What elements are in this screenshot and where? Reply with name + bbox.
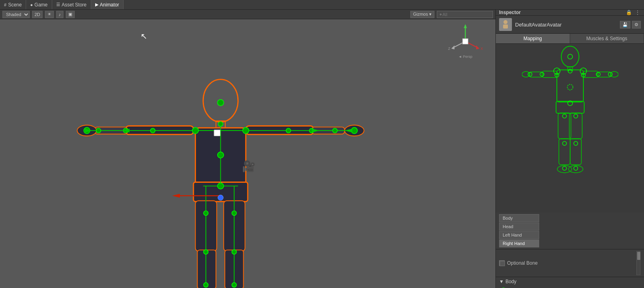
scene-content: ↖ <box>0 19 495 288</box>
head-btn-label: Head <box>503 224 513 229</box>
svg-point-30 <box>232 249 236 254</box>
tab-scene-label: Scene <box>8 2 22 8</box>
svg-text:X: X <box>481 47 483 51</box>
svg-point-62 <box>561 46 579 67</box>
avatar-icon <box>499 18 512 31</box>
fx-button[interactable]: ▣ <box>66 11 75 18</box>
tab-asset-store[interactable]: ☰ Asset Store <box>52 0 91 9</box>
tab-animator[interactable]: ▶ Animator <box>91 0 124 9</box>
tab-asset-store-label: Asset Store <box>62 2 87 8</box>
svg-point-78 <box>568 54 573 59</box>
lighting-button[interactable]: ☀ <box>45 11 54 18</box>
svg-rect-48 <box>214 130 220 136</box>
left-hand-btn[interactable]: Left Hand <box>499 231 539 239</box>
svg-rect-96 <box>500 261 505 266</box>
svg-marker-52 <box>476 45 479 49</box>
svg-point-90 <box>562 141 567 145</box>
inspector-panel: Inspector 🔒 ⋮ DefaultAvatarAvatar 💾 ⚙ <box>495 10 644 288</box>
character-svg: 🎥 <box>0 19 495 288</box>
tab-muscles-label: Muscles & Settings <box>586 36 627 41</box>
right-hand-btn-label: Right Hand <box>503 241 525 246</box>
avatar-name: DefaultAvatarAvatar <box>515 22 562 28</box>
inspector-title: Inspector <box>499 10 521 15</box>
avatar-settings-btn[interactable]: ⚙ <box>632 21 641 29</box>
svg-point-28 <box>232 211 236 216</box>
svg-point-24 <box>243 127 249 133</box>
menu-icon-btn[interactable]: ⋮ <box>634 10 641 15</box>
tab-game-label: Game <box>35 2 48 8</box>
head-btn[interactable]: Head <box>499 223 539 231</box>
gizmos-button[interactable]: Gizmos ▾ <box>410 11 434 18</box>
mapping-muscles-tabs: Mapping Muscles & Settings <box>496 34 644 44</box>
svg-rect-11 <box>198 250 216 288</box>
svg-point-60 <box>503 20 507 24</box>
svg-point-22 <box>218 122 223 127</box>
body-section-header[interactable]: ▼ Body <box>499 279 641 284</box>
main-layout: Shaded 2D ☀ ♪ ▣ Gizmos ▾ ↖ <box>0 10 644 288</box>
tab-muscles[interactable]: Muscles & Settings <box>570 34 644 43</box>
optional-bone-section: Optional Bone <box>496 249 644 277</box>
inspector-header: Inspector 🔒 ⋮ <box>496 10 644 16</box>
svg-point-39 <box>332 128 337 133</box>
2d-button[interactable]: 2D <box>32 11 43 18</box>
avatar-save-btn[interactable]: 💾 <box>620 21 630 29</box>
right-hand-btn[interactable]: Right Hand <box>499 239 539 247</box>
tab-game[interactable]: ● Game <box>26 0 52 9</box>
body-btn[interactable]: Body <box>499 214 539 222</box>
svg-marker-54 <box>451 45 454 49</box>
svg-point-32 <box>232 282 236 287</box>
svg-rect-61 <box>503 25 508 29</box>
game-icon: ● <box>30 2 33 7</box>
svg-text:◄ Persp: ◄ Persp <box>459 55 473 59</box>
tab-mapping[interactable]: Mapping <box>496 34 570 43</box>
optional-bone-label: Optional Bone <box>507 260 538 266</box>
lock-icon-btn[interactable]: 🔒 <box>625 10 633 15</box>
gizmo-widget: Y X Z ◄ Persp <box>447 23 483 59</box>
body-section-label: Body <box>505 279 516 284</box>
svg-point-23 <box>192 127 198 133</box>
svg-point-27 <box>204 211 208 216</box>
avatar-actions: 💾 ⚙ <box>620 21 641 29</box>
svg-point-21 <box>218 100 224 106</box>
svg-point-26 <box>218 183 224 189</box>
search-input[interactable] <box>437 11 493 18</box>
svg-point-88 <box>562 114 567 118</box>
audio-button[interactable]: ♪ <box>56 11 63 18</box>
svg-point-33 <box>151 128 155 133</box>
svg-marker-46 <box>172 194 180 198</box>
avatar-row: DefaultAvatarAvatar 💾 ⚙ <box>496 16 644 34</box>
svg-point-35 <box>96 128 101 133</box>
optional-bone-checkbox[interactable] <box>499 260 505 266</box>
svg-point-25 <box>218 152 224 158</box>
2d-label: 2D <box>35 12 40 17</box>
viewport: Shaded 2D ☀ ♪ ▣ Gizmos ▾ ↖ <box>0 10 495 288</box>
shading-select[interactable]: Shaded <box>2 11 30 18</box>
svg-rect-72 <box>558 113 571 139</box>
svg-point-89 <box>574 114 578 118</box>
svg-point-82 <box>567 84 573 90</box>
triangle-icon: ▼ <box>499 279 504 284</box>
gizmos-label: Gizmos ▾ <box>413 12 432 16</box>
svg-point-92 <box>562 166 567 170</box>
svg-marker-50 <box>464 24 467 28</box>
left-hand-btn-label: Left Hand <box>503 233 522 237</box>
svg-text:Y: Y <box>463 23 466 24</box>
svg-point-91 <box>574 141 578 145</box>
svg-rect-76 <box>570 139 581 165</box>
body-btn-label: Body <box>503 216 513 221</box>
animator-icon: ▶ <box>95 2 98 7</box>
svg-rect-64 <box>557 70 583 102</box>
svg-point-31 <box>204 282 208 287</box>
camera-icon: 🎥 <box>242 159 256 173</box>
svg-point-37 <box>286 128 291 133</box>
tab-scene[interactable]: # Scene <box>0 0 26 9</box>
body-part-buttons: Body Head Left Hand Right Hand <box>496 212 644 249</box>
inspector-icons: 🔒 ⋮ <box>625 10 641 15</box>
body-preview <box>496 44 644 212</box>
tab-mapping-label: Mapping <box>524 36 542 41</box>
svg-rect-55 <box>463 39 468 44</box>
svg-point-47 <box>218 195 224 200</box>
viewport-toolbar: Shaded 2D ☀ ♪ ▣ Gizmos ▾ <box>0 10 495 19</box>
asset-store-icon: ☰ <box>56 2 60 7</box>
body-section: ▼ Body Hips Hips (Transform ⚙ Spine Spin… <box>496 277 644 288</box>
